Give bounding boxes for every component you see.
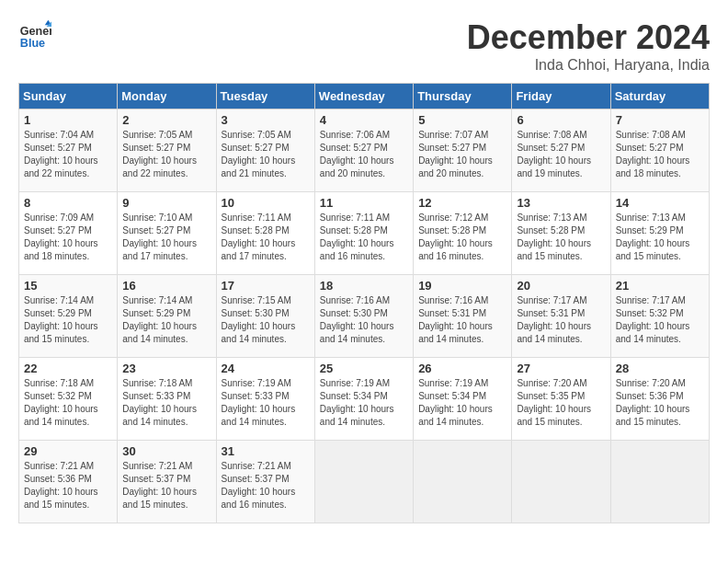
calendar-week-3: 22 Sunrise: 7:18 AMSunset: 5:32 PMDaylig… <box>19 358 710 441</box>
calendar-week-4: 29 Sunrise: 7:21 AMSunset: 5:36 PMDaylig… <box>19 441 710 523</box>
day-number: 18 <box>320 279 408 293</box>
calendar-cell: 3 Sunrise: 7:05 AMSunset: 5:27 PMDayligh… <box>216 109 314 192</box>
day-info: Sunrise: 7:09 AMSunset: 5:27 PMDaylight:… <box>24 213 98 261</box>
day-info: Sunrise: 7:05 AMSunset: 5:27 PMDaylight:… <box>222 130 296 178</box>
calendar-cell: 2 Sunrise: 7:05 AMSunset: 5:27 PMDayligh… <box>118 109 216 192</box>
calendar-cell: 16 Sunrise: 7:14 AMSunset: 5:29 PMDaylig… <box>118 275 216 358</box>
weekday-monday: Monday <box>118 84 216 109</box>
day-number: 8 <box>24 196 112 210</box>
day-number: 5 <box>418 113 506 127</box>
day-number: 31 <box>222 444 310 458</box>
calendar-cell: 5 Sunrise: 7:07 AMSunset: 5:27 PMDayligh… <box>414 109 512 192</box>
day-number: 14 <box>616 196 704 210</box>
day-info: Sunrise: 7:17 AMSunset: 5:31 PMDaylight:… <box>517 295 591 344</box>
day-info: Sunrise: 7:13 AMSunset: 5:28 PMDaylight:… <box>517 213 591 261</box>
calendar-cell: 26 Sunrise: 7:19 AMSunset: 5:34 PMDaylig… <box>414 358 512 441</box>
day-info: Sunrise: 7:11 AMSunset: 5:28 PMDaylight:… <box>222 213 296 261</box>
day-info: Sunrise: 7:12 AMSunset: 5:28 PMDaylight:… <box>418 213 493 261</box>
weekday-tuesday: Tuesday <box>216 84 314 109</box>
day-number: 17 <box>222 279 310 293</box>
calendar-cell: 4 Sunrise: 7:06 AMSunset: 5:27 PMDayligh… <box>314 109 413 192</box>
day-info: Sunrise: 7:14 AMSunset: 5:29 PMDaylight:… <box>24 295 98 344</box>
day-number: 9 <box>122 196 210 210</box>
calendar-cell: 18 Sunrise: 7:16 AMSunset: 5:30 PMDaylig… <box>314 275 413 358</box>
page-header: General Blue December 2024 Inda Chhoi, H… <box>18 18 710 74</box>
day-number: 22 <box>24 362 112 375</box>
day-number: 28 <box>616 362 704 375</box>
calendar-cell: 23 Sunrise: 7:18 AMSunset: 5:33 PMDaylig… <box>118 358 216 441</box>
calendar-cell: 14 Sunrise: 7:13 AMSunset: 5:29 PMDaylig… <box>610 192 709 275</box>
day-number: 11 <box>320 196 408 210</box>
day-info: Sunrise: 7:21 AMSunset: 5:37 PMDaylight:… <box>122 461 197 510</box>
calendar-cell: 7 Sunrise: 7:08 AMSunset: 5:27 PMDayligh… <box>610 109 709 192</box>
location-subtitle: Inda Chhoi, Haryana, India <box>467 57 710 74</box>
weekday-wednesday: Wednesday <box>314 84 413 109</box>
calendar-cell: 17 Sunrise: 7:15 AMSunset: 5:30 PMDaylig… <box>216 275 314 358</box>
calendar-week-1: 8 Sunrise: 7:09 AMSunset: 5:27 PMDayligh… <box>19 192 710 275</box>
calendar-cell: 12 Sunrise: 7:12 AMSunset: 5:28 PMDaylig… <box>414 192 512 275</box>
calendar-cell: 6 Sunrise: 7:08 AMSunset: 5:27 PMDayligh… <box>512 109 610 192</box>
calendar-table: SundayMondayTuesdayWednesdayThursdayFrid… <box>18 83 710 523</box>
day-info: Sunrise: 7:20 AMSunset: 5:35 PMDaylight:… <box>517 378 591 427</box>
calendar-cell: 28 Sunrise: 7:20 AMSunset: 5:36 PMDaylig… <box>610 358 709 441</box>
calendar-cell: 25 Sunrise: 7:19 AMSunset: 5:34 PMDaylig… <box>314 358 413 441</box>
weekday-header-row: SundayMondayTuesdayWednesdayThursdayFrid… <box>19 84 710 109</box>
logo-icon: General Blue <box>18 18 51 52</box>
day-number: 20 <box>517 279 605 293</box>
title-area: December 2024 Inda Chhoi, Haryana, India <box>467 18 710 74</box>
day-number: 24 <box>222 362 310 375</box>
day-number: 4 <box>320 113 408 127</box>
calendar-cell: 31 Sunrise: 7:21 AMSunset: 5:37 PMDaylig… <box>216 441 314 523</box>
day-info: Sunrise: 7:20 AMSunset: 5:36 PMDaylight:… <box>616 378 690 427</box>
day-number: 19 <box>418 279 506 293</box>
calendar-cell: 10 Sunrise: 7:11 AMSunset: 5:28 PMDaylig… <box>216 192 314 275</box>
day-info: Sunrise: 7:05 AMSunset: 5:27 PMDaylight:… <box>122 130 197 178</box>
day-number: 26 <box>418 362 506 375</box>
day-info: Sunrise: 7:21 AMSunset: 5:36 PMDaylight:… <box>24 461 98 510</box>
weekday-friday: Friday <box>512 84 610 109</box>
calendar-cell: 29 Sunrise: 7:21 AMSunset: 5:36 PMDaylig… <box>19 441 118 523</box>
day-number: 23 <box>122 362 210 375</box>
day-info: Sunrise: 7:19 AMSunset: 5:34 PMDaylight:… <box>418 378 493 427</box>
calendar-cell <box>414 441 512 523</box>
day-info: Sunrise: 7:14 AMSunset: 5:29 PMDaylight:… <box>122 295 197 344</box>
calendar-cell: 21 Sunrise: 7:17 AMSunset: 5:32 PMDaylig… <box>610 275 709 358</box>
calendar-cell: 8 Sunrise: 7:09 AMSunset: 5:27 PMDayligh… <box>19 192 118 275</box>
day-number: 15 <box>24 279 112 293</box>
day-number: 27 <box>517 362 605 375</box>
calendar-cell: 13 Sunrise: 7:13 AMSunset: 5:28 PMDaylig… <box>512 192 610 275</box>
calendar-cell: 9 Sunrise: 7:10 AMSunset: 5:27 PMDayligh… <box>118 192 216 275</box>
day-number: 25 <box>320 362 408 375</box>
calendar-cell <box>610 441 709 523</box>
svg-text:Blue: Blue <box>20 37 45 50</box>
weekday-thursday: Thursday <box>414 84 512 109</box>
day-info: Sunrise: 7:06 AMSunset: 5:27 PMDaylight:… <box>320 130 394 178</box>
day-number: 10 <box>222 196 310 210</box>
logo: General Blue <box>18 18 51 52</box>
month-title: December 2024 <box>467 18 710 57</box>
day-number: 21 <box>616 279 704 293</box>
day-info: Sunrise: 7:15 AMSunset: 5:30 PMDaylight:… <box>222 295 296 344</box>
day-number: 30 <box>122 444 210 458</box>
day-number: 29 <box>24 444 112 458</box>
calendar-cell: 22 Sunrise: 7:18 AMSunset: 5:32 PMDaylig… <box>19 358 118 441</box>
day-number: 6 <box>517 113 605 127</box>
day-info: Sunrise: 7:19 AMSunset: 5:33 PMDaylight:… <box>222 378 296 427</box>
day-number: 7 <box>616 113 704 127</box>
day-info: Sunrise: 7:10 AMSunset: 5:27 PMDaylight:… <box>122 213 197 261</box>
calendar-week-2: 15 Sunrise: 7:14 AMSunset: 5:29 PMDaylig… <box>19 275 710 358</box>
day-info: Sunrise: 7:11 AMSunset: 5:28 PMDaylight:… <box>320 213 394 261</box>
day-info: Sunrise: 7:08 AMSunset: 5:27 PMDaylight:… <box>616 130 690 178</box>
day-info: Sunrise: 7:08 AMSunset: 5:27 PMDaylight:… <box>517 130 591 178</box>
calendar-body: 1 Sunrise: 7:04 AMSunset: 5:27 PMDayligh… <box>19 109 710 523</box>
day-info: Sunrise: 7:04 AMSunset: 5:27 PMDaylight:… <box>24 130 98 178</box>
weekday-sunday: Sunday <box>19 84 118 109</box>
calendar-cell: 11 Sunrise: 7:11 AMSunset: 5:28 PMDaylig… <box>314 192 413 275</box>
day-number: 2 <box>122 113 210 127</box>
day-info: Sunrise: 7:19 AMSunset: 5:34 PMDaylight:… <box>320 378 394 427</box>
day-info: Sunrise: 7:16 AMSunset: 5:31 PMDaylight:… <box>418 295 493 344</box>
day-number: 12 <box>418 196 506 210</box>
calendar-cell <box>314 441 413 523</box>
day-number: 3 <box>222 113 310 127</box>
day-info: Sunrise: 7:18 AMSunset: 5:33 PMDaylight:… <box>122 378 197 427</box>
